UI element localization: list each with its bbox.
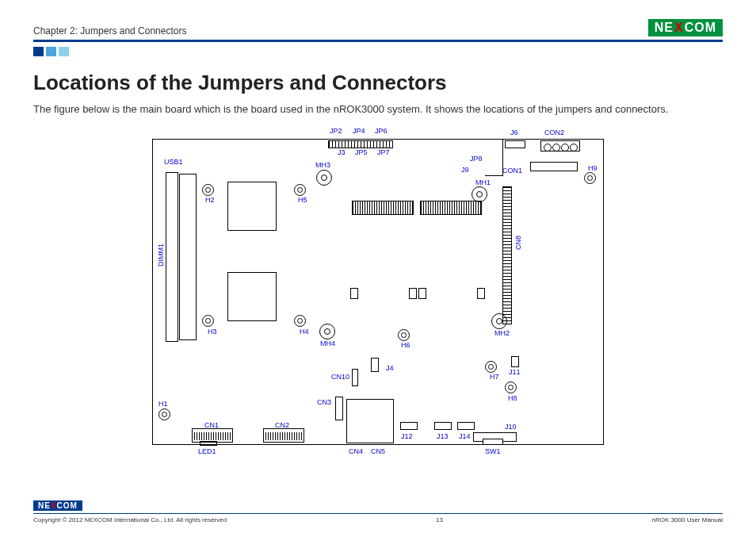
chip-u18 bbox=[227, 182, 277, 231]
lbl-H6: H6 bbox=[401, 341, 410, 349]
wlan-slot bbox=[420, 201, 482, 304]
lbl-CON2: CON2 bbox=[544, 128, 564, 136]
j12-header bbox=[400, 422, 418, 430]
lbl-H8: H8 bbox=[508, 394, 517, 402]
lbl-CN10: CN10 bbox=[331, 373, 349, 381]
lbl-DIMM1: DIMM1 bbox=[157, 243, 165, 266]
lbl-MH2: MH2 bbox=[494, 329, 510, 337]
lbl-J10: J10 bbox=[505, 423, 517, 431]
led1 bbox=[200, 441, 217, 446]
wwan-slot bbox=[352, 201, 414, 304]
lbl-H4: H4 bbox=[300, 328, 309, 336]
lbl-J12: J12 bbox=[401, 432, 413, 440]
j14-header bbox=[457, 422, 475, 430]
footer: NEXCOM Copyright © 2012 NEXCOM Internati… bbox=[33, 497, 723, 523]
cn8-header bbox=[502, 186, 512, 324]
hole-mh2 bbox=[491, 313, 507, 329]
lbl-H7: H7 bbox=[490, 373, 499, 381]
hole-h6 bbox=[398, 329, 410, 341]
copyright: Copyright © 2012 NEXCOM International Co… bbox=[33, 516, 227, 523]
lbl-JP5: JP5 bbox=[355, 148, 368, 156]
brand-post: COM bbox=[685, 21, 716, 35]
lbl-CN5: CN5 bbox=[371, 447, 385, 455]
intro-text: The figure below is the main board which… bbox=[33, 103, 723, 115]
lbl-J6: J6 bbox=[510, 128, 518, 136]
hole-mh3 bbox=[316, 170, 332, 186]
lbl-JP6: JP6 bbox=[375, 127, 388, 135]
sw1 bbox=[483, 439, 503, 445]
hole-h3 bbox=[202, 315, 214, 327]
cn2-conn bbox=[263, 428, 304, 443]
page-number: 13 bbox=[436, 516, 443, 523]
board-diagram: JP2 JP4 JP6 J3 JP5 JP7 JP8 JP8 J9 J6 CON… bbox=[144, 125, 612, 451]
hole-h8 bbox=[505, 382, 517, 393]
lbl-SW1: SW1 bbox=[485, 447, 501, 455]
jp-row-top bbox=[328, 140, 393, 148]
lbl-H5: H5 bbox=[298, 196, 307, 204]
con2-header bbox=[540, 140, 580, 151]
cn3-header bbox=[335, 397, 343, 420]
lbl-JP2: JP2 bbox=[330, 127, 342, 135]
cn10-header bbox=[352, 369, 358, 386]
lbl-JP7: JP7 bbox=[377, 148, 390, 156]
lbl-USB1: USB1 bbox=[164, 158, 183, 166]
lbl-MH3: MH3 bbox=[315, 161, 330, 169]
hole-h9 bbox=[584, 172, 596, 184]
page: Chapter 2: Jumpers and Connectors NEXCOM… bbox=[0, 0, 756, 533]
footer-logo: NEXCOM bbox=[33, 500, 82, 511]
lbl-JP8: JP8 bbox=[470, 155, 483, 163]
j11-header bbox=[511, 356, 519, 367]
dimm-slot bbox=[166, 172, 178, 342]
chip-u20 bbox=[227, 272, 277, 321]
brand-logo: NEXCOM bbox=[648, 19, 723, 36]
lbl-J11: J11 bbox=[509, 368, 521, 376]
hole-h5 bbox=[294, 184, 306, 196]
lbl-H1: H1 bbox=[158, 400, 168, 408]
lbl-H2: H2 bbox=[205, 196, 215, 204]
lbl-CN3: CN3 bbox=[317, 398, 331, 406]
hole-mh1 bbox=[472, 186, 487, 202]
hole-mh4 bbox=[319, 324, 335, 339]
con1-header bbox=[530, 162, 578, 171]
lbl-LED1: LED1 bbox=[198, 447, 216, 455]
lbl-H9: H9 bbox=[588, 164, 598, 172]
hole-h7 bbox=[485, 361, 497, 373]
j13-header bbox=[434, 422, 452, 430]
lbl-J13: J13 bbox=[437, 432, 449, 440]
lbl-J4: J4 bbox=[386, 364, 394, 372]
hole-h4 bbox=[294, 315, 306, 327]
j4-header bbox=[371, 358, 379, 372]
lbl-J9: J9 bbox=[461, 166, 469, 174]
doc-name: nROK 3000 User Manual bbox=[652, 516, 723, 523]
lbl-CN8: CN8 bbox=[514, 236, 522, 250]
hole-h2 bbox=[202, 184, 214, 196]
lbl-MH4: MH4 bbox=[320, 339, 335, 347]
brand-x: X bbox=[674, 21, 684, 35]
lbl-CN4: CN4 bbox=[349, 447, 363, 455]
lbl-MH1: MH1 bbox=[475, 178, 491, 186]
header: Chapter 2: Jumpers and Connectors NEXCOM bbox=[33, 16, 723, 36]
header-rule bbox=[33, 40, 723, 42]
lbl-JP4: JP4 bbox=[353, 127, 365, 135]
j6-header bbox=[505, 140, 525, 148]
page-title: Locations of the Jumpers and Connectors bbox=[33, 71, 723, 95]
decorative-dots bbox=[33, 47, 723, 56]
lbl-J14: J14 bbox=[459, 432, 471, 440]
dimm-pad bbox=[179, 174, 197, 340]
brand-pre: NE bbox=[655, 21, 674, 35]
chapter-title: Chapter 2: Jumpers and Connectors bbox=[33, 25, 186, 36]
card-cage bbox=[346, 399, 394, 443]
lbl-CON1: CON1 bbox=[502, 167, 522, 174]
lbl-H3: H3 bbox=[208, 328, 217, 336]
hole-h1 bbox=[158, 408, 170, 420]
lbl-J3: J3 bbox=[338, 148, 346, 156]
